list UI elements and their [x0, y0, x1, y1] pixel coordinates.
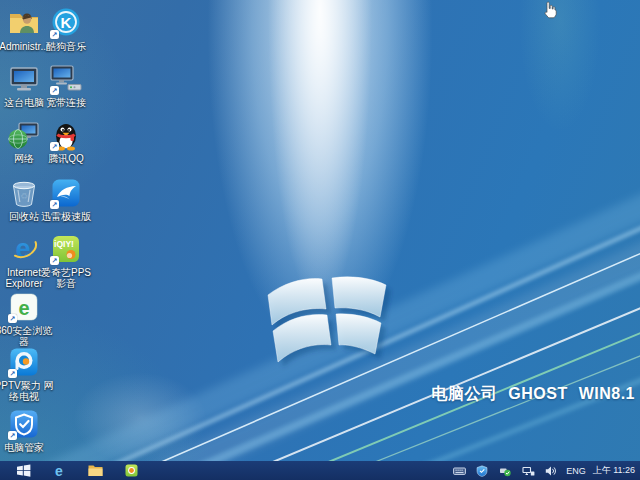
- desktop-icon-label: 迅雷极速版: [41, 211, 91, 222]
- ie-icon: e: [55, 464, 63, 478]
- desktop-icon-qq[interactable]: ↗ 腾讯QQ: [36, 118, 96, 164]
- security-shield-icon: [476, 465, 488, 477]
- desktop-icon-label: 电脑管家: [4, 442, 44, 453]
- taskbar: e: [0, 461, 640, 480]
- hardware-ok-icon: [499, 465, 511, 477]
- shortcut-arrow-icon: ↗: [8, 369, 17, 378]
- shortcut-arrow-icon: ↗: [50, 142, 59, 151]
- tray-security-button[interactable]: [474, 463, 490, 479]
- desktop-icon-label: PPTV聚力 网 络电视: [0, 380, 54, 402]
- desktop-icon-label: 网络: [14, 153, 34, 164]
- svg-text:K: K: [61, 14, 72, 31]
- desktop-icon-label: 爱奇艺PPS 影音: [36, 267, 96, 289]
- desktop-icon-label: 360安全浏览 器: [0, 325, 54, 347]
- desktop-icon-360-browser[interactable]: e ↗ 360安全浏览 器: [0, 290, 54, 347]
- desktop-icon-thunder[interactable]: ↗ 迅雷极速版: [36, 176, 96, 222]
- tray-hardware-button[interactable]: [497, 463, 513, 479]
- tray-touch-keyboard-button[interactable]: [451, 463, 467, 479]
- volume-icon: [545, 465, 557, 477]
- shortcut-arrow-icon: ↗: [50, 86, 59, 95]
- pps-icon: [125, 464, 138, 477]
- shortcut-arrow-icon: ↗: [50, 200, 59, 209]
- desktop-background[interactable]: Administr... K ↗ 酷狗音乐 这台电脑 ↗ 宽带连接: [0, 0, 640, 480]
- shortcut-arrow-icon: ↗: [8, 314, 17, 323]
- desktop-icon-label: 宽带连接: [46, 97, 86, 108]
- clock[interactable]: 上午 11:26: [593, 464, 635, 477]
- shortcut-arrow-icon: ↗: [50, 256, 59, 265]
- shortcut-arrow-icon: ↗: [50, 30, 59, 39]
- windows-logo: [256, 266, 406, 371]
- start-button[interactable]: [15, 463, 31, 479]
- tray-network-button[interactable]: [520, 463, 536, 479]
- touch-keyboard-icon: [453, 465, 466, 477]
- taskbar-file-explorer-button[interactable]: [87, 463, 103, 479]
- desktop-icon-pptv[interactable]: ↗ PPTV聚力 网 络电视: [0, 345, 54, 402]
- desktop-icon-pps[interactable]: iQIY! ↗ 爱奇艺PPS 影音: [36, 232, 96, 289]
- tray-volume-button[interactable]: [543, 463, 559, 479]
- desktop-icon-pc-manager[interactable]: ↗ 电脑管家: [0, 407, 54, 453]
- desktop-icon-label: 腾讯QQ: [48, 153, 84, 164]
- taskbar-pps-button[interactable]: [123, 463, 139, 479]
- desktop-icon-broadband[interactable]: ↗ 宽带连接: [36, 62, 96, 108]
- desktop-icon-label: 回收站: [9, 211, 39, 222]
- desktop-icon-kugou[interactable]: K ↗ 酷狗音乐: [36, 6, 96, 52]
- svg-text:e: e: [18, 297, 29, 319]
- taskbar-ie-button[interactable]: e: [51, 463, 67, 479]
- svg-text:iQIY!: iQIY!: [54, 239, 74, 249]
- shortcut-arrow-icon: ↗: [8, 431, 17, 440]
- windows-start-icon: [16, 464, 31, 477]
- hand-cursor-icon: [542, 0, 557, 19]
- svg-text:♻: ♻: [20, 191, 28, 201]
- desktop-icon-label: 酷狗音乐: [46, 41, 86, 52]
- language-indicator[interactable]: ENG: [566, 466, 586, 476]
- svg-text:e: e: [15, 234, 30, 264]
- edition-watermark: 电脑公司 GHOST WIN8.1: [431, 384, 635, 405]
- network-icon: [522, 465, 535, 477]
- light-streaks: [0, 0, 640, 480]
- file-explorer-icon: [88, 464, 103, 477]
